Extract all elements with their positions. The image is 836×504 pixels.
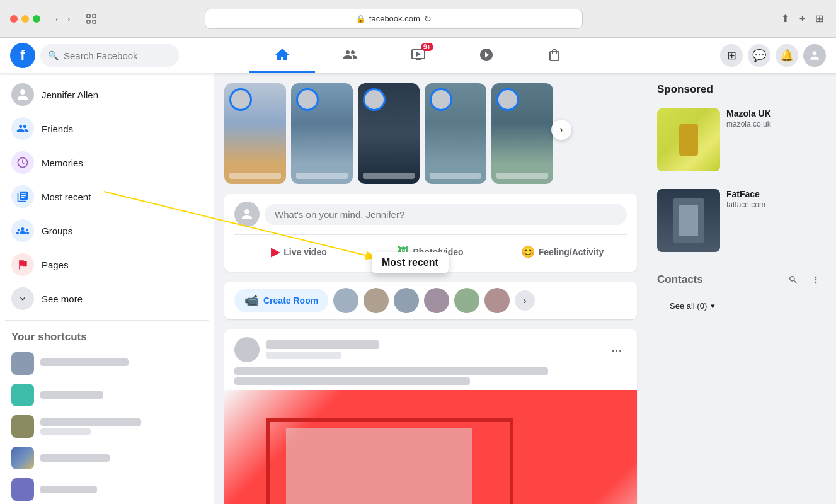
story-card-3[interactable] <box>358 83 420 184</box>
see-more-btn-1[interactable]: See more <box>5 282 209 315</box>
story-card-1[interactable] <box>224 83 286 184</box>
post-text-line-2 <box>234 377 470 385</box>
sidebar-item-friends[interactable]: Friends <box>5 112 209 145</box>
stories-container: › <box>224 83 637 184</box>
shortcut-item-5[interactable] <box>5 474 209 504</box>
post-time-1 <box>266 352 341 359</box>
see-all-contacts-btn[interactable]: See all (0) ▾ <box>662 297 831 314</box>
photo-video-btn[interactable]: 🖼 Photo/video <box>366 240 495 264</box>
tab-home[interactable] <box>249 38 315 73</box>
shortcut-text-2a <box>40 391 103 399</box>
address-bar[interactable]: 🔒 facebook.com ↻ <box>205 9 583 29</box>
see-all-label: See all (0) <box>670 301 707 311</box>
notifications-btn[interactable]: 🔔 <box>776 44 798 67</box>
ad-card-2[interactable]: FatFace fatface.com <box>652 184 831 257</box>
url-text: facebook.com <box>369 14 420 23</box>
shortcut-item-2[interactable] <box>5 380 209 410</box>
shortcuts-title: Your shortcuts <box>5 326 209 348</box>
browser-chrome: ‹ › 🔒 facebook.com ↻ ⬆ + ⊞ <box>0 0 836 38</box>
tab-marketplace[interactable] <box>522 38 587 73</box>
create-post-top <box>234 202 627 227</box>
browser-forward-btn[interactable]: › <box>65 11 73 26</box>
tab-friends[interactable] <box>318 38 383 73</box>
friend-avatar-6[interactable] <box>484 288 510 313</box>
search-icon: 🔍 <box>48 50 59 60</box>
story-card-5[interactable] <box>491 83 553 184</box>
messenger-btn[interactable]: 💬 <box>748 44 770 67</box>
friend-avatar-5[interactable] <box>454 288 479 313</box>
sidebar-item-user[interactable]: Jennifer Allen <box>5 78 209 111</box>
story-card-2[interactable] <box>291 83 353 184</box>
sidebar-item-most-recent[interactable]: Most recent <box>5 180 209 213</box>
profile-avatar-btn[interactable] <box>803 44 826 67</box>
most-recent-label: Most recent <box>42 192 91 202</box>
friend-avatar-1[interactable] <box>333 288 358 313</box>
apps-btn[interactable]: ⊞ <box>720 44 743 67</box>
post-actions: ▶ Live video 🖼 Photo/video 😊 Feeling/Act… <box>234 234 627 264</box>
sidebar-item-groups[interactable]: Groups <box>5 214 209 247</box>
ad-name-1: Mazola UK <box>726 108 826 118</box>
friend-avatar-4[interactable] <box>424 288 449 313</box>
search-box[interactable]: 🔍 <box>40 44 179 67</box>
app: f 🔍 <box>0 38 836 504</box>
feeling-activity-btn[interactable]: 😊 Feeling/Activity <box>498 240 627 264</box>
user-avatar <box>11 83 34 106</box>
feeling-label: Feeling/Activity <box>539 247 604 257</box>
contacts-options-icon <box>811 275 821 285</box>
refresh-btn[interactable]: ↻ <box>424 14 432 24</box>
story-card-4[interactable] <box>425 83 486 184</box>
shortcut-text-4a <box>40 454 110 462</box>
contacts-search-btn[interactable] <box>783 270 803 290</box>
tab-groups[interactable] <box>454 38 519 73</box>
shortcut-img-2 <box>11 384 34 406</box>
groups-svg <box>16 224 29 237</box>
window-control-btn[interactable] <box>80 8 103 30</box>
live-video-btn[interactable]: ▶ Live video <box>234 240 364 264</box>
browser-back-btn[interactable]: ‹ <box>53 11 61 26</box>
create-post-input[interactable] <box>265 204 627 225</box>
ad-card-1[interactable]: Mazola UK mazola.co.uk <box>652 103 831 176</box>
shortcut-label-4 <box>40 454 203 462</box>
friend-avatar-2[interactable] <box>364 288 389 313</box>
pages-label: Pages <box>42 260 69 270</box>
groups-icon <box>479 47 494 62</box>
story-avatar-4 <box>430 88 452 111</box>
share-btn[interactable]: ⬆ <box>779 10 792 27</box>
watch-badge: 9+ <box>421 43 433 51</box>
create-room-btn[interactable]: 📹 Create Room <box>234 289 328 312</box>
post-more-btn-1[interactable]: ··· <box>606 340 627 360</box>
facebook-logo[interactable]: f <box>10 43 35 68</box>
shortcut-item-3[interactable] <box>5 411 209 442</box>
tab-overview-btn[interactable]: ⊞ <box>813 10 826 27</box>
post-author-avatar-1[interactable] <box>234 337 260 362</box>
traffic-light-green[interactable] <box>33 15 40 23</box>
sidebar-item-memories[interactable]: Memories <box>5 146 209 179</box>
friend-avatar-3[interactable] <box>394 288 419 313</box>
stories-next-btn[interactable]: › <box>551 120 571 140</box>
shortcut-img-5 <box>11 478 34 501</box>
shortcut-item-1[interactable] <box>5 348 209 379</box>
browser-controls: ‹ › <box>53 11 72 26</box>
sidebar-item-pages[interactable]: Pages <box>5 248 209 281</box>
left-sidebar: Jennifer Allen Friends Memories <box>0 73 214 504</box>
see-all-container: See all (0) ▾ <box>652 297 831 314</box>
live-video-icon: ▶ <box>271 245 280 259</box>
shortcut-item-4[interactable] <box>5 443 209 473</box>
traffic-light-yellow[interactable] <box>21 15 29 23</box>
contacts-more-btn[interactable] <box>806 270 826 290</box>
ad-bg-2 <box>657 189 720 252</box>
shortcut-text-1a <box>40 358 129 366</box>
contacts-search-icon <box>788 275 798 285</box>
contacts-header: Contacts <box>652 265 831 295</box>
friends-next-btn[interactable]: › <box>515 290 535 311</box>
traffic-light-red[interactable] <box>10 15 18 23</box>
new-tab-btn[interactable]: + <box>797 10 808 27</box>
chevron-down-icon-1 <box>18 294 28 304</box>
ad-product-2 <box>673 198 704 243</box>
shortcut-label-2 <box>40 391 203 399</box>
search-input[interactable] <box>64 50 164 61</box>
see-all-chevron: ▾ <box>711 301 715 311</box>
svg-rect-1 <box>93 14 96 18</box>
pages-icon <box>11 253 34 276</box>
tab-watch[interactable]: 9+ <box>386 38 451 73</box>
